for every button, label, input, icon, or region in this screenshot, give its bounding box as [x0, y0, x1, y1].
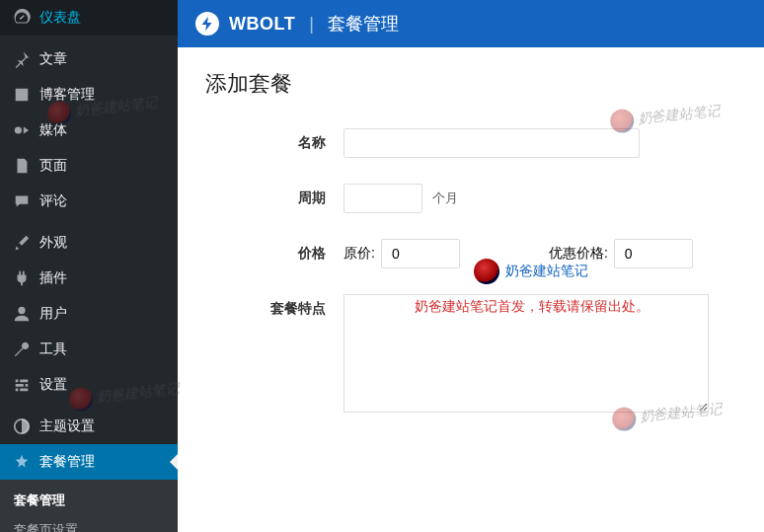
header-section-title: 套餐管理	[328, 12, 399, 36]
sidebar-item-theme-settings[interactable]: 主题设置	[0, 409, 178, 444]
page-title: 添加套餐	[205, 69, 736, 99]
features-textarea[interactable]	[344, 294, 709, 413]
wbolt-logo-icon	[195, 12, 219, 36]
main-content: WBOLT | 套餐管理 添加套餐 名称 周期 个月 价格	[178, 0, 764, 532]
sidebar-item-label: 主题设置	[39, 418, 95, 435]
sidebar-item-media[interactable]: 媒体	[0, 113, 178, 148]
label-features: 套餐特点	[205, 294, 344, 318]
sidebar-item-label: 外观	[39, 234, 67, 252]
sidebar-item-tools[interactable]: 工具	[0, 332, 178, 367]
orig-price-input[interactable]	[381, 239, 460, 268]
sidebar-item-label: 页面	[39, 157, 67, 175]
svg-point-0	[15, 126, 22, 133]
sidebar-item-label: 文章	[39, 50, 67, 68]
brush-icon	[12, 233, 32, 253]
sidebar-item-package-manage[interactable]: 套餐管理	[0, 444, 178, 480]
form-row-features: 套餐特点	[205, 294, 736, 413]
plugin-icon	[12, 268, 32, 288]
sidebar-item-label: 插件	[39, 269, 67, 287]
label-promo-price: 优惠价格:	[549, 245, 608, 263]
label-price: 价格	[205, 239, 344, 263]
sidebar-item-users[interactable]: 用户	[0, 296, 178, 332]
admin-sidebar: 仪表盘 文章 博客管理 媒体 页面 评论 外观 插件	[0, 0, 178, 532]
label-name: 名称	[205, 128, 344, 152]
sidebar-item-appearance[interactable]: 外观	[0, 225, 178, 261]
theme-icon	[12, 417, 32, 436]
dashboard-icon	[12, 8, 32, 28]
sidebar-item-label: 设置	[39, 376, 67, 394]
submenu-item-package-page-settings[interactable]: 套餐页设置	[0, 515, 178, 532]
sidebar-submenu: 套餐管理 套餐页设置	[0, 480, 178, 532]
cycle-input[interactable]	[344, 184, 422, 213]
sidebar-item-label: 博客管理	[39, 86, 95, 104]
plugin-header: WBOLT | 套餐管理	[178, 0, 764, 47]
label-orig-price: 原价:	[344, 245, 375, 263]
sidebar-item-label: 套餐管理	[39, 453, 95, 471]
media-icon	[12, 120, 32, 140]
sidebar-item-blog[interactable]: 博客管理	[0, 77, 178, 113]
sidebar-item-label: 媒体	[39, 121, 67, 139]
svg-point-1	[18, 307, 25, 314]
sidebar-item-label: 仪表盘	[39, 9, 81, 27]
form-row-price: 价格 原价: 优惠价格:	[205, 239, 736, 268]
submenu-item-package-manage[interactable]: 套餐管理	[0, 486, 178, 515]
brand-name: WBOLT	[229, 14, 295, 35]
package-icon	[12, 452, 32, 472]
sidebar-item-comments[interactable]: 评论	[0, 184, 178, 219]
form-row-cycle: 周期 个月	[205, 184, 736, 213]
header-divider: |	[309, 14, 314, 35]
sidebar-item-label: 用户	[39, 305, 67, 323]
sidebar-item-settings[interactable]: 设置	[0, 367, 178, 403]
settings-icon	[12, 375, 32, 395]
sidebar-item-label: 工具	[39, 341, 67, 358]
page-icon	[12, 156, 32, 176]
sidebar-item-label: 评论	[39, 192, 67, 210]
promo-price-input[interactable]	[614, 239, 693, 268]
name-input[interactable]	[344, 128, 640, 158]
cycle-suffix: 个月	[432, 190, 458, 207]
sidebar-item-plugins[interactable]: 插件	[0, 261, 178, 296]
form-row-name: 名称	[205, 128, 736, 158]
sidebar-item-pages[interactable]: 页面	[0, 148, 178, 184]
pin-icon	[12, 49, 32, 69]
tools-icon	[12, 340, 32, 359]
sidebar-item-dashboard[interactable]: 仪表盘	[0, 0, 178, 36]
blog-icon	[12, 85, 32, 105]
sidebar-item-posts[interactable]: 文章	[0, 41, 178, 77]
user-icon	[12, 304, 32, 324]
label-cycle: 周期	[205, 184, 344, 207]
comment-icon	[12, 191, 32, 211]
